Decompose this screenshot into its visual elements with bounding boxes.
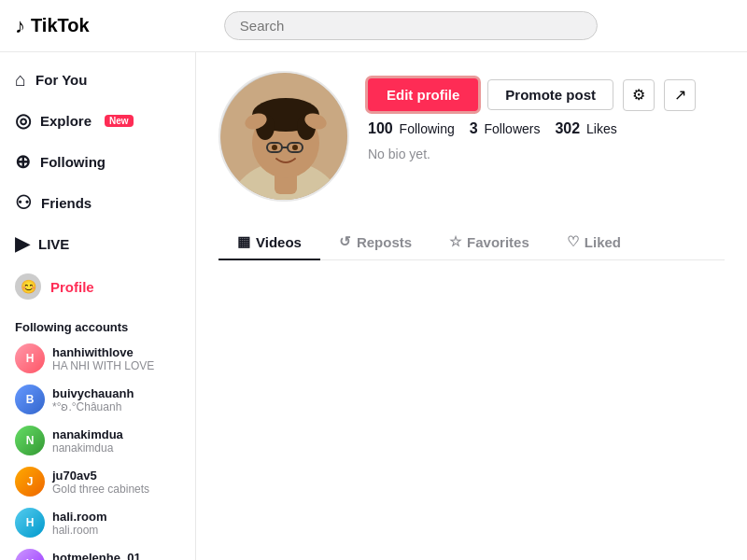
profile-section: Edit profile Promote post ⚙ ↗ 100 Follow… <box>218 71 725 202</box>
svg-point-12 <box>272 145 277 150</box>
tab-reposts[interactable]: ↺ Reposts <box>320 224 430 259</box>
account-handle: *°ʚ.°Châuanh <box>52 400 134 413</box>
avatar: H <box>15 343 45 373</box>
list-item[interactable]: J ju70av5 Gold three cabinets <box>0 461 195 502</box>
friends-icon: ⚇ <box>15 191 32 214</box>
videos-content-area <box>218 272 725 365</box>
share-icon: ↗ <box>674 86 686 104</box>
settings-button[interactable]: ⚙ <box>623 79 655 111</box>
logo-text: TikTok <box>31 15 90 36</box>
sidebar-item-following[interactable]: ⊕ Following <box>0 141 195 182</box>
svg-point-13 <box>292 145 298 150</box>
following-count: 100 <box>368 120 393 136</box>
profile-avatar-large <box>218 71 349 202</box>
sidebar-label-following: Following <box>40 154 106 170</box>
videos-tab-icon: ▦ <box>237 233 250 250</box>
liked-tab-icon: ♡ <box>567 233 579 250</box>
sidebar-item-friends[interactable]: ⚇ Friends <box>0 182 195 223</box>
share-button[interactable]: ↗ <box>664 79 696 111</box>
logo[interactable]: ♪ TikTok <box>15 14 90 38</box>
followers-label: Followers <box>485 121 541 136</box>
liked-tab-label: Liked <box>585 234 621 250</box>
sidebar-item-for-you[interactable]: ⌂ For You <box>0 60 195 100</box>
promote-post-button[interactable]: Promote post <box>487 79 613 110</box>
profile-bio: No bio yet. <box>368 147 696 161</box>
account-name: hali.room <box>52 510 107 524</box>
account-handle: nanakimdua <box>52 441 123 455</box>
account-handle: HA NHI WITH LOVE <box>52 359 154 372</box>
live-icon: ▶ <box>15 232 29 255</box>
tab-videos[interactable]: ▦ Videos <box>218 224 320 259</box>
main-content: Edit profile Promote post ⚙ ↗ 100 Follow… <box>196 52 747 560</box>
favorites-tab-label: Favorites <box>467 234 529 250</box>
tab-favorites[interactable]: ☆ Favorites <box>430 224 548 259</box>
avatar: H <box>15 549 45 560</box>
profile-info: Edit profile Promote post ⚙ ↗ 100 Follow… <box>368 71 696 161</box>
reposts-tab-label: Reposts <box>357 234 412 250</box>
account-name: ju70av5 <box>52 469 149 483</box>
avatar: B <box>15 385 45 414</box>
search-input[interactable] <box>224 11 598 40</box>
account-name: hotmelenhe_01 <box>52 551 141 561</box>
avatar: N <box>15 426 45 455</box>
sidebar-label-profile: Profile <box>50 279 94 295</box>
profile-avatar-small: 😊 <box>15 273 41 300</box>
sidebar-label-friends: Friends <box>41 195 92 211</box>
videos-tab-label: Videos <box>256 234 302 250</box>
content-tabs: ▦ Videos ↺ Reposts ☆ Favorites ♡ Liked <box>218 224 725 260</box>
sidebar-item-explore[interactable]: ◎ Explore New <box>0 100 195 141</box>
account-handle: Gold three cabinets <box>52 483 149 496</box>
likes-count: 302 <box>555 120 580 136</box>
likes-stat: 302 Likes <box>555 120 616 137</box>
sidebar-label-explore: Explore <box>40 113 92 129</box>
layout: ⌂ For You ◎ Explore New ⊕ Following ⚇ Fr… <box>0 0 747 560</box>
likes-label: Likes <box>586 121 617 136</box>
list-item[interactable]: B buivychauanh *°ʚ.°Châuanh <box>0 379 195 420</box>
tiktok-logo-icon: ♪ <box>15 14 25 38</box>
reposts-tab-icon: ↺ <box>339 233 351 250</box>
header: ♪ TikTok <box>0 0 747 52</box>
sidebar: ⌂ For You ◎ Explore New ⊕ Following ⚇ Fr… <box>0 52 196 560</box>
sidebar-label-live: LIVE <box>38 236 69 252</box>
following-section-label: Following accounts <box>0 309 195 338</box>
edit-profile-button[interactable]: Edit profile <box>368 78 478 111</box>
following-stat: 100 Following <box>368 120 455 137</box>
followers-count: 3 <box>470 120 478 136</box>
sidebar-label-for-you: For You <box>35 72 87 88</box>
tab-liked[interactable]: ♡ Liked <box>548 224 640 259</box>
list-item[interactable]: N nanakimdua nanakimdua <box>0 420 195 461</box>
avatar: H <box>15 508 45 538</box>
explore-icon: ◎ <box>15 109 31 132</box>
account-name: nanakimdua <box>52 427 123 441</box>
followers-stat: 3 Followers <box>470 120 541 137</box>
account-name: buivychauanh <box>52 386 134 400</box>
avatar: J <box>15 467 45 497</box>
profile-actions: Edit profile Promote post ⚙ ↗ <box>368 78 696 111</box>
following-label: Following <box>400 121 455 136</box>
favorites-tab-icon: ☆ <box>449 233 461 250</box>
gear-icon: ⚙ <box>632 86 645 104</box>
list-item[interactable]: H hanhiwithlove HA NHI WITH LOVE <box>0 338 195 379</box>
explore-new-badge: New <box>105 115 134 127</box>
account-handle: hali.room <box>52 524 107 537</box>
list-item[interactable]: H hali.room hali.room <box>0 502 195 543</box>
list-item[interactable]: H hotmelenhe_01 Apr 10th <box>0 543 195 560</box>
profile-photo <box>220 73 349 202</box>
profile-stats: 100 Following 3 Followers 302 Likes <box>368 120 696 137</box>
home-icon: ⌂ <box>15 69 26 91</box>
sidebar-item-live[interactable]: ▶ LIVE <box>0 223 195 264</box>
following-icon: ⊕ <box>15 150 31 173</box>
sidebar-item-profile[interactable]: 😊 Profile <box>0 264 195 309</box>
account-name: hanhiwithlove <box>52 345 154 359</box>
